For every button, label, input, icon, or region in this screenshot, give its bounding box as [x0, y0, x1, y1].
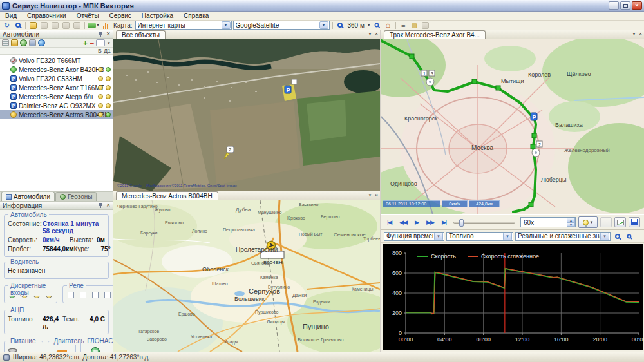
group-button[interactable] — [96, 39, 105, 46]
satellite-map[interactable]: P 2 ©2011 Google – Изображения ©2011 Ter… — [113, 39, 380, 191]
chart-zoom-in-button[interactable] — [612, 232, 622, 240]
tab-actros-b004[interactable]: Mercedes-Benz Actros В004ВН — [116, 191, 218, 200]
menu-item-Вид[interactable]: Вид — [0, 12, 22, 21]
chart-param-combo[interactable]: Топливо ▼ — [446, 232, 513, 241]
open-button[interactable] — [28, 21, 38, 30]
street-tab-row: Mercedes-Benz Actros В004ВН ▼ × — [113, 191, 380, 200]
highlight-button[interactable]: ▼ — [578, 216, 598, 228]
close-icon[interactable]: × — [106, 31, 110, 37]
playback-slider[interactable] — [453, 222, 515, 224]
add-vehicle-button[interactable]: + — [83, 40, 88, 46]
vehicle-row[interactable]: Mercedes-Benz Axor В420НВ — [0, 65, 113, 74]
vehicle-row[interactable]: Volvo FE320 Т666МТ — [0, 56, 113, 65]
playback-button-2[interactable]: ▶ — [413, 218, 421, 226]
tab-geozones[interactable]: Геозоны — [55, 192, 97, 201]
chevron-down-icon[interactable]: ▼ — [632, 32, 636, 36]
relay-checkbox[interactable] — [68, 292, 74, 298]
spin-up-icon[interactable]: ▲ — [567, 218, 575, 222]
spin-down-icon[interactable]: ▼ — [567, 222, 575, 227]
track-map[interactable]: 1 3 P 2 06.11.2011 10:12:00 0км/ч 424,8к… — [381, 39, 644, 214]
report-button — [600, 217, 612, 227]
tab-vehicles[interactable]: Автомобили — [1, 191, 55, 201]
svg-text:200: 200 — [392, 310, 402, 316]
vehicle-row[interactable]: PDaimler-Benz AG О932МХ — [0, 101, 113, 110]
relay-checkbox[interactable] — [104, 292, 111, 298]
relay-checkbox[interactable] — [92, 292, 99, 298]
menu-item-Отчёты[interactable]: Отчёты — [71, 12, 104, 21]
status-bar: Широта: 46,23632°с.ш. Долгота: 41,27263°… — [0, 352, 644, 362]
relay-group: Реле — [62, 285, 116, 303]
close-button[interactable]: × — [632, 1, 642, 10]
slider-thumb[interactable] — [459, 219, 464, 227]
status-dot-d1 — [106, 67, 111, 72]
globe-icon[interactable] — [38, 39, 45, 46]
playback-button-3[interactable]: ▶▶ — [424, 218, 436, 226]
chevron-down-icon[interactable]: ▼ — [107, 41, 111, 45]
playback-button-1[interactable]: ◀◀ — [397, 218, 409, 226]
menu-item-Настройка[interactable]: Настройка — [137, 12, 178, 21]
chart-panel: ........ Функция времени ▼ Топливо ▼ Реа… — [381, 230, 644, 352]
chevron-down-icon[interactable]: ▼ — [368, 32, 372, 36]
pin-icon[interactable] — [98, 203, 103, 208]
camera-icon[interactable] — [29, 39, 36, 46]
disabled-icon — [52, 22, 59, 29]
home-button[interactable]: ⌂ — [383, 21, 393, 30]
chart-mode-combo[interactable]: Функция времени ▼ — [384, 232, 444, 241]
chart-button[interactable] — [101, 21, 111, 30]
list-icon — [6, 194, 12, 200]
chart-mode-value: Функция времени — [386, 233, 433, 240]
menu-item-Сервис[interactable]: Сервис — [104, 12, 137, 21]
minimize-button[interactable]: _ — [609, 1, 619, 10]
refresh-button[interactable]: ↻ — [2, 21, 12, 30]
vehicle-menu-button[interactable]: ▼ — [88, 21, 100, 30]
legend-button[interactable]: ≡ — [399, 21, 408, 30]
vehicle-row[interactable]: PVolvo FE320 С533НМ — [0, 74, 113, 83]
vehicles-panel-title: Автомобили — [3, 31, 39, 38]
notes-button[interactable]: ▤ — [410, 21, 419, 30]
menu-item-Справочники[interactable]: Справочники — [22, 12, 71, 21]
chart-zoom-out-button[interactable] — [624, 232, 634, 240]
close-icon[interactable]: × — [639, 31, 642, 37]
svg-text:20:00: 20:00 — [592, 336, 607, 343]
tab-track-axor[interactable]: Трак Mercedes-Benz Axor В4... — [384, 30, 486, 39]
zoom-in-button[interactable] — [336, 21, 345, 30]
relay-checkbox[interactable] — [80, 292, 86, 298]
menu-item-Справка[interactable]: Справка — [178, 12, 214, 21]
tab-all-objects[interactable]: Все объекты — [116, 30, 166, 39]
speed-spinner[interactable]: 60x ▲▼ — [520, 217, 576, 227]
map-layer-combo[interactable]: GoogleSatellite ▼ — [233, 21, 330, 30]
remove-vehicle-button[interactable]: − — [90, 40, 94, 46]
style-icon[interactable] — [11, 39, 18, 46]
chart-view-combo[interactable]: Реальные и сглаженные значени ▼ — [515, 232, 611, 241]
vehicle-tree[interactable]: Volvo FE320 Т666МТMercedes-Benz Axor В42… — [0, 55, 113, 192]
street-map-image — [113, 200, 380, 352]
coordinates-text: Широта: 46,23632°с.ш. Долгота: 41,27263°… — [13, 354, 150, 361]
globe-add-icon[interactable] — [20, 39, 27, 46]
legend-swatch-speed — [417, 256, 428, 257]
pin-icon[interactable] — [98, 32, 103, 37]
search-button[interactable] — [13, 21, 23, 30]
vehicle-row[interactable]: Mercedes-Benz Actros В004ВН — [0, 110, 113, 119]
graph-button[interactable] — [614, 217, 626, 227]
svg-text:0: 0 — [399, 330, 402, 336]
vehicle-name: Volvo FE320 С533НМ — [19, 75, 82, 82]
chevron-down-icon[interactable]: ▼ — [368, 193, 372, 197]
playback-button-4[interactable]: ▶| — [440, 218, 448, 226]
sort-icon[interactable] — [2, 39, 9, 46]
playback-button-0[interactable]: |◀ — [385, 218, 393, 226]
close-icon[interactable]: × — [106, 202, 110, 209]
street-map[interactable]: В004ВН Чериково-ГарутиноЖуковоДубнаМануш… — [113, 200, 380, 352]
vehicle-row[interactable]: PMercedes-Benz Axor Т166МТ — [0, 83, 113, 92]
zoom-out-button[interactable] — [372, 21, 382, 30]
vehicles-panel-header: Автомобили × — [0, 30, 113, 39]
toolbar-separator — [25, 22, 26, 29]
vehicle-name: Mercedes-Benz Axor В420НВ — [19, 66, 104, 73]
close-icon[interactable]: × — [375, 192, 378, 198]
vehicle-row[interactable]: PMercedes-Benz Atego б/н — [0, 92, 113, 101]
save-button[interactable] — [629, 217, 640, 227]
maximize-button[interactable] — [620, 1, 630, 10]
state-label: Состояние: — [8, 220, 43, 227]
map-source-combo[interactable]: Интернет-карты ▼ — [135, 21, 232, 30]
chevron-down-icon[interactable]: ▼ — [367, 23, 371, 27]
close-icon[interactable]: × — [375, 31, 378, 37]
